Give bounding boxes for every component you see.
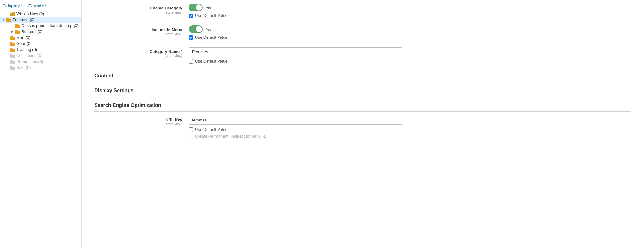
display-settings-section: Display Settings [94, 82, 631, 97]
enable-category-controls: Yes Use Default Value [189, 4, 631, 18]
expand-icon: ▼ [1, 18, 6, 22]
url-key-use-default-label[interactable]: Use Default Value [195, 127, 228, 132]
seo-section: Search Engine Optimization [94, 97, 631, 112]
url-key-default-row: Use Default Value [189, 127, 631, 132]
enable-category-toggle-row: Yes [189, 4, 631, 11]
include-in-menu-use-default-label[interactable]: Use Default Value [195, 35, 228, 40]
url-key-controls: Use Default Value Create Permanent Redir… [189, 116, 631, 138]
svg-rect-7 [10, 61, 15, 64]
enable-category-use-default-label[interactable]: Use Default Value [195, 13, 228, 18]
svg-rect-4 [10, 43, 15, 46]
tree-item-label: Collections (0) [16, 53, 42, 58]
include-in-menu-toggle[interactable] [189, 25, 203, 33]
folder-icon [10, 42, 15, 46]
folder-icon [10, 59, 15, 64]
include-in-menu-label: Include in Menu [store view] [94, 25, 189, 36]
category-tree-sidebar: Collapse All | Expand All What's New (0)… [0, 0, 82, 248]
url-key-redirect-label: Create Permanent Redirect for old URL [195, 134, 267, 138]
tree-item-femmes[interactable]: ▼ Femmes (0) [0, 17, 81, 23]
expand-icon [10, 24, 14, 28]
collapse-all-link[interactable]: Collapse All [3, 4, 22, 8]
svg-rect-1 [15, 25, 20, 28]
tree-item-bottoms[interactable]: ▶ Bottoms (0) [0, 29, 81, 35]
include-in-menu-controls: Yes Use Default Value [189, 25, 631, 40]
enable-category-toggle[interactable] [189, 4, 203, 11]
content-section: Content [94, 67, 631, 82]
tree-item-label: Dessus pour le haut du corp (0) [21, 23, 79, 28]
folder-icon [6, 18, 11, 22]
category-name-controls: Use Default Value [189, 47, 631, 64]
tree-item-dessus[interactable]: Dessus pour le haut du corp (0) [0, 23, 81, 29]
category-name-default-row: Use Default Value [189, 59, 631, 64]
svg-rect-2 [15, 31, 20, 34]
expand-icon: ▶ [10, 30, 14, 34]
expand-icon [5, 42, 9, 46]
folder-icon [15, 24, 20, 28]
include-in-menu-row: Include in Menu [store view] Yes Use Def… [94, 22, 631, 43]
enable-category-label: Enable Category [store view] [94, 4, 189, 14]
tree-item-sale[interactable]: Sale (0) [0, 65, 81, 70]
url-key-redirect-checkbox [189, 134, 193, 138]
tree-item-label: Promotions (0) [16, 59, 43, 64]
url-key-use-default-checkbox[interactable] [189, 127, 193, 132]
tree-item-men[interactable]: Men (0) [0, 35, 81, 41]
expand-icon [5, 54, 9, 58]
display-settings-section-header[interactable]: Display Settings [94, 82, 631, 97]
tree-item-label: What's New (0) [16, 11, 44, 16]
include-in-menu-default-row: Use Default Value [189, 35, 631, 40]
category-name-input[interactable] [189, 47, 402, 56]
tree-item-label: Femmes (0) [13, 17, 35, 22]
expand-icon [5, 65, 9, 70]
tree-item-promotions[interactable]: Promotions (0) [0, 59, 81, 65]
category-name-label: Category Name* [store view] [94, 47, 189, 58]
category-name-use-default-checkbox[interactable] [189, 59, 193, 64]
svg-rect-0 [6, 19, 11, 22]
tree-item-label: Gear (0) [16, 41, 31, 46]
main-content-area: Enable Category [store view] Yes Use Def… [82, 0, 644, 248]
svg-rect-8 [10, 67, 15, 70]
url-key-input[interactable] [189, 116, 402, 125]
tree-item-label: Training (0) [16, 47, 37, 52]
folder-icon [10, 12, 15, 16]
expand-icon [5, 12, 9, 16]
tree-item-gear[interactable]: Gear (0) [0, 41, 81, 47]
expand-icon [5, 48, 9, 52]
bottom-divider [94, 149, 631, 149]
svg-rect-5 [10, 49, 15, 52]
enable-category-default-row: Use Default Value [189, 13, 631, 18]
tree-top-links: Collapse All | Expand All [0, 3, 81, 11]
url-key-redirect-row: Create Permanent Redirect for old URL [189, 134, 631, 138]
folder-icon [10, 48, 15, 52]
include-in-menu-toggle-row: Yes [189, 25, 631, 33]
category-name-use-default-label[interactable]: Use Default Value [195, 59, 228, 64]
folder-icon [10, 36, 15, 40]
tree-item-label: Bottoms (0) [21, 29, 42, 34]
svg-rect-3 [10, 37, 15, 40]
tree-item-whats-new[interactable]: What's New (0) [0, 11, 81, 17]
enable-category-use-default-checkbox[interactable] [189, 14, 193, 18]
expand-icon [5, 36, 9, 40]
tree-item-label: Sale (0) [16, 65, 31, 70]
url-key-row: URL Key [store view] Use Default Value C… [94, 112, 631, 142]
content-section-header[interactable]: Content [94, 67, 631, 82]
folder-icon [10, 65, 15, 70]
url-key-label: URL Key [store view] [94, 116, 189, 126]
tree-item-training[interactable]: Training (0) [0, 47, 81, 53]
seo-section-header[interactable]: Search Engine Optimization [94, 97, 631, 111]
include-in-menu-use-default-checkbox[interactable] [189, 35, 193, 40]
tree-item-collections[interactable]: Collections (0) [0, 53, 81, 59]
folder-icon [10, 54, 15, 58]
tree-item-label: Men (0) [16, 35, 31, 40]
category-name-row: Category Name* [store view] Use Default … [94, 43, 631, 67]
folder-icon [15, 30, 20, 34]
enable-category-row: Enable Category [store view] Yes Use Def… [94, 0, 631, 22]
expand-icon [5, 59, 9, 64]
svg-rect-6 [10, 55, 15, 58]
expand-all-link[interactable]: Expand All [28, 4, 46, 8]
